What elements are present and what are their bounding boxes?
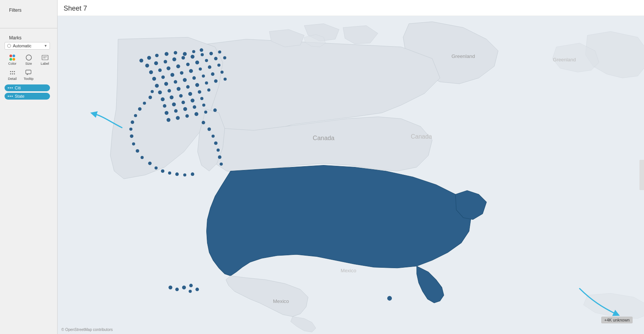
svg-point-7 bbox=[10, 73, 11, 75]
detail-button-label: Detail bbox=[8, 77, 17, 81]
map-container[interactable]: Greenland Canada Mexico bbox=[58, 16, 644, 334]
map-svg: Greenland Canada Mexico bbox=[58, 16, 644, 334]
svg-point-109 bbox=[129, 128, 133, 131]
svg-point-30 bbox=[172, 58, 176, 61]
color-button-label: Color bbox=[8, 62, 17, 66]
svg-point-119 bbox=[189, 284, 193, 287]
svg-point-91 bbox=[202, 121, 205, 124]
marks-type-dropdown[interactable]: Automatic ▼ bbox=[5, 42, 50, 50]
svg-point-41 bbox=[195, 61, 199, 64]
svg-point-82 bbox=[183, 107, 187, 111]
svg-point-37 bbox=[158, 69, 162, 72]
svg-point-6 bbox=[14, 71, 15, 72]
svg-point-105 bbox=[140, 156, 143, 159]
size-button-label: Size bbox=[25, 62, 32, 66]
svg-point-73 bbox=[198, 90, 201, 94]
svg-point-104 bbox=[191, 172, 194, 176]
svg-point-35 bbox=[218, 50, 221, 53]
svg-point-48 bbox=[180, 71, 183, 75]
svg-rect-1 bbox=[42, 55, 48, 60]
svg-point-51 bbox=[208, 66, 211, 69]
color-icon bbox=[9, 54, 16, 61]
svg-point-58 bbox=[202, 75, 205, 78]
label-icon bbox=[42, 54, 48, 61]
map-attribution: © OpenStreetMap contributors bbox=[61, 328, 113, 332]
svg-point-107 bbox=[132, 142, 135, 145]
citi-pill-label: Citi bbox=[15, 86, 21, 90]
svg-point-99 bbox=[154, 166, 157, 169]
svg-point-17 bbox=[12, 96, 13, 97]
svg-point-44 bbox=[223, 56, 226, 59]
detail-button[interactable]: Detail bbox=[5, 68, 20, 82]
svg-point-111 bbox=[134, 114, 137, 117]
svg-point-112 bbox=[138, 107, 142, 111]
svg-point-95 bbox=[217, 148, 220, 151]
svg-rect-10 bbox=[26, 70, 31, 74]
svg-point-64 bbox=[186, 85, 190, 89]
svg-point-59 bbox=[211, 72, 214, 76]
tooltip-button[interactable]: Tooltip bbox=[21, 68, 36, 82]
svg-point-55 bbox=[174, 80, 177, 84]
svg-point-97 bbox=[220, 162, 223, 165]
svg-point-57 bbox=[192, 76, 196, 80]
svg-point-86 bbox=[176, 116, 180, 120]
svg-point-33 bbox=[201, 53, 204, 56]
svg-point-69 bbox=[161, 97, 165, 101]
marks-section: Marks Automatic ▼ Color bbox=[0, 31, 57, 103]
sheet-title: Sheet 7 bbox=[58, 0, 644, 16]
svg-point-42 bbox=[205, 59, 208, 62]
svg-point-60 bbox=[220, 70, 223, 73]
filters-section: Filters bbox=[0, 3, 57, 26]
svg-point-16 bbox=[10, 96, 11, 97]
svg-point-114 bbox=[148, 96, 152, 99]
marks-icon-grid: Color Size bbox=[5, 53, 53, 82]
svg-point-76 bbox=[172, 102, 176, 106]
svg-point-52 bbox=[217, 64, 220, 67]
label-button-label: Label bbox=[41, 62, 49, 66]
scroll-right-indicator[interactable] bbox=[639, 160, 644, 190]
svg-point-49 bbox=[189, 69, 193, 73]
svg-point-21 bbox=[155, 54, 159, 57]
svg-point-54 bbox=[164, 82, 168, 86]
svg-point-71 bbox=[179, 94, 182, 97]
svg-point-19 bbox=[139, 59, 143, 62]
svg-point-63 bbox=[177, 87, 181, 91]
size-icon bbox=[25, 54, 32, 61]
svg-point-26 bbox=[200, 48, 203, 52]
size-button[interactable]: Size bbox=[21, 53, 36, 67]
svg-point-45 bbox=[152, 77, 156, 81]
svg-point-15 bbox=[8, 96, 9, 97]
tooltip-button-label: Tooltip bbox=[23, 77, 33, 81]
svg-point-83 bbox=[193, 105, 196, 109]
svg-point-117 bbox=[175, 288, 179, 291]
svg-point-28 bbox=[154, 61, 158, 65]
svg-point-94 bbox=[214, 141, 217, 145]
marks-dropdown-value: Automatic bbox=[13, 44, 44, 48]
svg-point-89 bbox=[204, 111, 207, 114]
svg-point-39 bbox=[176, 64, 180, 68]
svg-point-110 bbox=[131, 120, 134, 124]
color-dot-green bbox=[9, 58, 12, 61]
svg-point-25 bbox=[192, 50, 195, 53]
svg-point-116 bbox=[168, 286, 172, 289]
svg-point-79 bbox=[200, 97, 203, 100]
svg-point-103 bbox=[183, 173, 186, 176]
svg-point-72 bbox=[188, 92, 192, 96]
isolated-dot bbox=[387, 296, 392, 301]
citi-pill[interactable]: Citi bbox=[5, 84, 50, 91]
svg-point-118 bbox=[182, 286, 186, 289]
svg-point-56 bbox=[183, 78, 187, 82]
color-button[interactable]: Color bbox=[5, 53, 20, 67]
svg-point-4 bbox=[10, 71, 11, 72]
svg-point-98 bbox=[148, 162, 151, 165]
svg-point-40 bbox=[186, 62, 190, 66]
marks-pills: Citi State bbox=[5, 84, 53, 100]
unknown-badge[interactable]: +4K unknown bbox=[601, 317, 633, 323]
svg-point-29 bbox=[164, 60, 167, 63]
state-pill-icon bbox=[8, 94, 13, 98]
label-button[interactable]: Label bbox=[37, 53, 53, 67]
svg-point-78 bbox=[190, 98, 194, 102]
dropdown-arrow-icon: ▼ bbox=[44, 44, 47, 48]
state-pill[interactable]: State bbox=[5, 93, 50, 100]
svg-point-47 bbox=[170, 73, 174, 77]
